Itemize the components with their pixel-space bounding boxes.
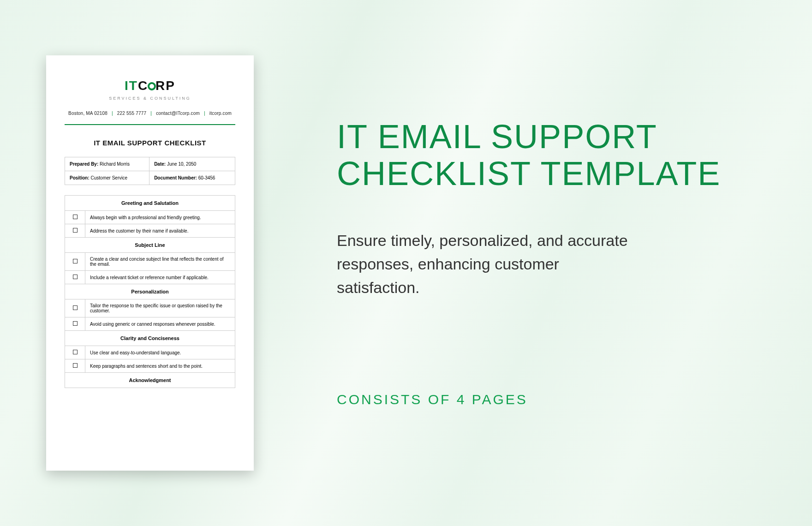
- logo: ITCRP: [65, 78, 235, 93]
- checkbox-cell: [65, 299, 85, 317]
- checkbox-icon: [73, 305, 78, 310]
- checkbox-icon: [73, 363, 78, 368]
- checkbox-cell: [65, 211, 85, 224]
- checkbox-cell: [65, 224, 85, 238]
- checklist-item: Address the customer by their name if av…: [85, 224, 235, 238]
- divider: [65, 124, 235, 125]
- website: itcorp.com: [209, 111, 232, 116]
- separator-icon: |: [150, 111, 152, 116]
- checkbox-icon: [73, 228, 78, 233]
- page-count: CONSISTS OF 4 PAGES: [337, 392, 752, 407]
- logo-o-icon: [148, 82, 156, 90]
- checklist-item: Use clear and easy-to-understand languag…: [85, 346, 235, 359]
- prepared-by-cell: Prepared By: Richard Morris: [65, 157, 149, 171]
- checklist-item: Avoid using generic or canned responses …: [85, 317, 235, 331]
- section-header: Greeting and Salutation: [65, 196, 235, 211]
- checkbox-icon: [73, 275, 78, 279]
- phone: 222 555 7777: [117, 111, 147, 116]
- section-header: Acknowledgment: [65, 373, 235, 388]
- checkbox-icon: [73, 321, 78, 326]
- checklist-table: Greeting and Salutation Always begin wit…: [65, 195, 235, 388]
- checkbox-icon: [73, 259, 78, 263]
- contact-line: Boston, MA 02108 | 222 555 7777 | contac…: [65, 111, 235, 116]
- logo-tagline: SERVICES & CONSULTING: [65, 96, 235, 101]
- checklist-item: Create a clear and concise subject line …: [85, 253, 235, 271]
- checkbox-icon: [73, 350, 78, 354]
- checklist-item: Always begin with a professional and fri…: [85, 211, 235, 224]
- checklist-item: Include a relevant ticket or reference n…: [85, 271, 235, 284]
- email: contact@ITcorp.com: [156, 111, 200, 116]
- promo-panel: IT EMAIL SUPPORT CHECKLIST TEMPLATE Ensu…: [337, 119, 752, 407]
- logo-rp: RP: [155, 78, 175, 93]
- checkbox-cell: [65, 346, 85, 359]
- position-cell: Position: Customer Service: [65, 171, 149, 185]
- checkbox-cell: [65, 271, 85, 284]
- separator-icon: |: [112, 111, 113, 116]
- section-header: Subject Line: [65, 238, 235, 253]
- checklist-item: Keep paragraphs and sentences short and …: [85, 359, 235, 373]
- checkbox-cell: [65, 317, 85, 331]
- meta-table: Prepared By: Richard Morris Date: June 1…: [65, 157, 235, 185]
- checkbox-cell: [65, 359, 85, 373]
- logo-it: IT: [125, 78, 138, 93]
- date-cell: Date: June 10, 2050: [149, 157, 235, 171]
- section-header: Clarity and Conciseness: [65, 331, 235, 346]
- docnum-cell: Document Number: 60-3456: [149, 171, 235, 185]
- template-description: Ensure timely, personalized, and accurat…: [337, 229, 632, 299]
- address: Boston, MA 02108: [68, 111, 107, 116]
- template-title: IT EMAIL SUPPORT CHECKLIST TEMPLATE: [337, 119, 752, 191]
- checkbox-icon: [73, 215, 78, 219]
- section-header: Personalization: [65, 284, 235, 299]
- checkbox-cell: [65, 253, 85, 271]
- document-title: IT EMAIL SUPPORT CHECKLIST: [65, 139, 235, 147]
- checklist-item: Tailor the response to the specific issu…: [85, 299, 235, 317]
- separator-icon: |: [204, 111, 205, 116]
- logo-c: C: [138, 78, 148, 93]
- document-page-preview: ITCRP SERVICES & CONSULTING Boston, MA 0…: [46, 55, 254, 471]
